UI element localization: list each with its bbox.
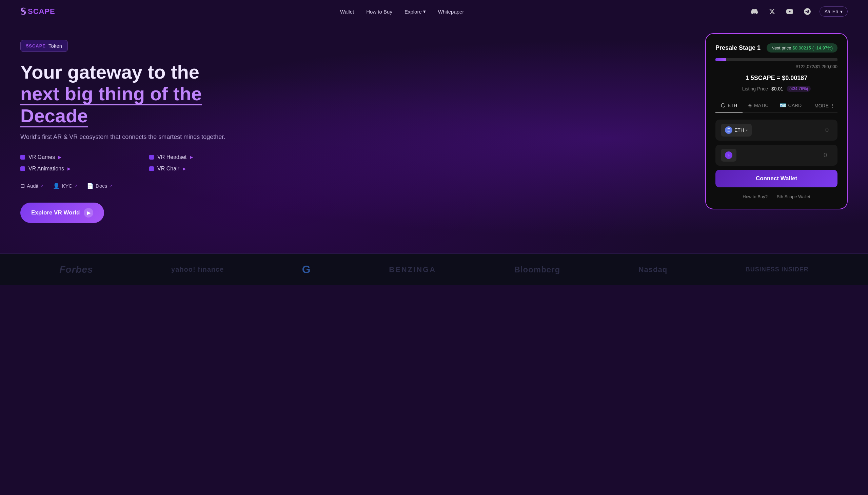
play-icon: ▶ bbox=[84, 208, 93, 218]
external-links-row: ⊟ Audit ↗ 👤 KYC ↗ 📄 Docs ↗ bbox=[20, 183, 258, 189]
next-price-badge: Next price $0.00215 (+14.97%) bbox=[767, 44, 837, 52]
hero-subtitle: World's first AR & VR ecosystem that con… bbox=[20, 132, 258, 142]
listing-price-pct: (434.76%) bbox=[787, 86, 811, 92]
logo-icon: 𝕊 bbox=[20, 6, 27, 17]
tab-matic[interactable]: ◈ MATIC bbox=[742, 99, 774, 113]
audit-label: Audit bbox=[27, 183, 38, 189]
nav-how-to-buy[interactable]: How to Buy bbox=[366, 9, 392, 15]
audit-icon: ⊟ bbox=[20, 183, 25, 189]
tab-more[interactable]: MORE ⋮ bbox=[812, 100, 837, 112]
media-logo-yahoo: yahoo! finance bbox=[171, 266, 224, 273]
arrow-icon: ▶ bbox=[190, 155, 193, 159]
progress-amount: $122,072/$1,250,000 bbox=[715, 64, 837, 69]
external-link-icon: ↗ bbox=[74, 184, 77, 188]
media-logo-g: G bbox=[302, 263, 311, 276]
feature-dot bbox=[149, 155, 154, 159]
scape-currency-icon: 𝕊 bbox=[725, 151, 732, 159]
logo[interactable]: 𝕊 SCAPE bbox=[20, 6, 55, 17]
kyc-icon: 👤 bbox=[53, 183, 60, 189]
feature-label: VR Headset bbox=[157, 154, 186, 160]
language-selector[interactable]: Aa En ▾ bbox=[819, 6, 848, 17]
currency-selector[interactable]: Ξ ETH ▾ bbox=[721, 124, 752, 137]
nav-whitepaper[interactable]: Whitepaper bbox=[438, 9, 464, 15]
hero-section: 5SCAPE Token Your gateway to the next bi… bbox=[0, 23, 868, 253]
token-rate: 1 5SCAPE = $0.00187 bbox=[715, 74, 837, 82]
external-link-icon: ↗ bbox=[109, 184, 112, 188]
nav-right: Aa En ▾ bbox=[749, 6, 848, 17]
presale-card: Presale Stage 1 Next price $0.00215 (+14… bbox=[705, 33, 848, 209]
feature-label: VR Chair bbox=[157, 166, 179, 172]
progress-fill bbox=[715, 58, 726, 61]
explore-vr-world-button[interactable]: Explore VR World ▶ bbox=[20, 203, 104, 223]
presale-footer: How to Buy? 5th Scape Wallet bbox=[715, 194, 837, 199]
feature-dot bbox=[20, 155, 25, 159]
feature-vr-headset[interactable]: VR Headset ▶ bbox=[149, 154, 258, 160]
external-link-icon: ↗ bbox=[40, 184, 44, 188]
audit-link[interactable]: ⊟ Audit ↗ bbox=[20, 183, 44, 189]
chevron-down-icon: ▾ bbox=[746, 129, 748, 132]
docs-icon: 📄 bbox=[87, 183, 94, 189]
nav-wallet[interactable]: Wallet bbox=[340, 9, 354, 15]
feature-dot bbox=[149, 166, 154, 171]
currency-name: ETH bbox=[734, 127, 744, 133]
eth-amount-input[interactable] bbox=[755, 127, 834, 134]
media-strip: Forbes yahoo! finance G BENZINGA Bloombe… bbox=[0, 253, 868, 285]
tab-eth[interactable]: ⬡ ETH bbox=[715, 99, 742, 113]
tab-more-label: MORE bbox=[814, 103, 829, 108]
connect-wallet-button[interactable]: Connect Wallet bbox=[715, 170, 837, 187]
media-logo-forbes: Forbes bbox=[59, 264, 93, 275]
youtube-icon[interactable] bbox=[784, 6, 795, 17]
lang-chevron-icon: ▾ bbox=[840, 9, 842, 14]
token-rate-label: 1 5SCAPE = $0.00187 bbox=[746, 74, 808, 82]
token-badge: 5SCAPE Token bbox=[20, 40, 68, 52]
tab-card-label: CARD bbox=[788, 103, 802, 108]
hero-title-highlight: next big thing of the Decade bbox=[20, 83, 202, 127]
twitter-icon[interactable] bbox=[767, 6, 778, 17]
scape-wallet-link[interactable]: 5th Scape Wallet bbox=[777, 194, 811, 199]
nav-links: Wallet How to Buy Explore ▾ Whitepaper bbox=[340, 8, 464, 15]
payment-tabs: ⬡ ETH ◈ MATIC 🪪 CARD MORE ⋮ bbox=[715, 99, 837, 113]
kyc-link[interactable]: 👤 KYC ↗ bbox=[53, 183, 77, 189]
arrow-icon: ▶ bbox=[58, 155, 61, 159]
more-dots-icon: ⋮ bbox=[830, 103, 835, 108]
listing-price-value: $0.01 bbox=[771, 86, 783, 91]
presale-progress-bar bbox=[715, 58, 837, 61]
listing-price-label: Listing Price bbox=[742, 86, 768, 91]
arrow-icon: ▶ bbox=[183, 166, 186, 171]
card-icon: 🪪 bbox=[780, 102, 786, 108]
feature-vr-chair[interactable]: VR Chair ▶ bbox=[149, 166, 258, 172]
discord-icon[interactable] bbox=[749, 6, 760, 17]
tab-matic-label: MATIC bbox=[754, 103, 769, 108]
tab-card[interactable]: 🪪 CARD bbox=[774, 99, 807, 113]
chevron-down-icon: ▾ bbox=[423, 8, 426, 15]
next-price-value: $0.00215 bbox=[792, 46, 811, 50]
hero-title: Your gateway to the next big thing of th… bbox=[20, 61, 258, 127]
tab-eth-label: ETH bbox=[728, 103, 737, 108]
arrow-icon: ▶ bbox=[67, 166, 70, 171]
docs-label: Docs bbox=[96, 183, 107, 189]
badge-suffix: Token bbox=[49, 43, 62, 49]
presale-header: Presale Stage 1 Next price $0.00215 (+14… bbox=[715, 44, 837, 52]
feature-vr-animations[interactable]: VR Animations ▶ bbox=[20, 166, 129, 172]
navbar: 𝕊 SCAPE Wallet How to Buy Explore ▾ Whit… bbox=[0, 0, 868, 23]
lang-icon: Aa bbox=[824, 9, 830, 14]
how-to-buy-link[interactable]: How to Buy? bbox=[742, 194, 768, 199]
media-logo-benzinga: BENZINGA bbox=[389, 265, 436, 274]
scape-amount-input[interactable] bbox=[740, 152, 832, 159]
docs-link[interactable]: 📄 Docs ↗ bbox=[87, 183, 112, 189]
media-logo-nasdaq: Nasdaq bbox=[638, 265, 667, 274]
feature-dot bbox=[20, 166, 25, 171]
media-logo-business-insider: BUSINESS INSIDER bbox=[746, 266, 809, 273]
feature-vr-games[interactable]: VR Games ▶ bbox=[20, 154, 129, 160]
badge-brand: 5SCAPE bbox=[26, 44, 46, 49]
feature-label: VR Games bbox=[29, 154, 55, 160]
next-price-label: Next price bbox=[771, 46, 791, 50]
media-logo-bloomberg: Bloomberg bbox=[514, 265, 561, 274]
hero-title-plain: Your gateway to the bbox=[20, 61, 199, 83]
eth-input-group: Ξ ETH ▾ bbox=[715, 120, 837, 141]
kyc-label: KYC bbox=[62, 183, 72, 189]
telegram-icon[interactable] bbox=[802, 6, 813, 17]
nav-explore[interactable]: Explore ▾ bbox=[404, 8, 426, 15]
hero-content: 5SCAPE Token Your gateway to the next bi… bbox=[20, 37, 258, 223]
next-price-pct: (+14.97%) bbox=[813, 46, 833, 50]
